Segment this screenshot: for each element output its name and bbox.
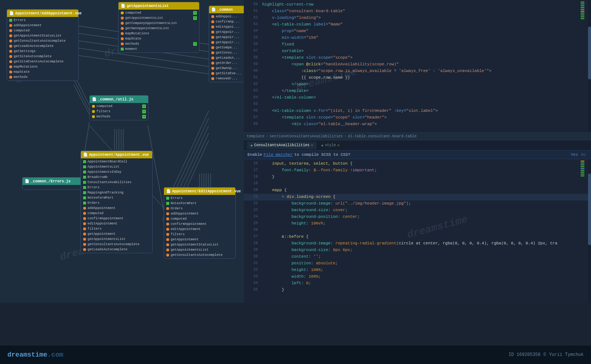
code-line-17: 17 font-family: $--font-family !importan…: [244, 167, 591, 174]
tab-label-style: style: [325, 143, 336, 147]
card-item: MappingAndTracking: [81, 190, 152, 195]
card-item: confirmAppointment: [81, 216, 152, 221]
card-item: getAppointmentsList+: [119, 16, 199, 21]
card-item: getAppointmentStatusList: [7, 33, 78, 38]
scrollbar-top[interactable]: [588, 0, 591, 133]
component-graph-panel: dreamstime dreamstime dreamstime: [0, 0, 244, 303]
card-title: _common: [217, 8, 233, 12]
breadcrumb-section: section#ConsultantsAvailabilities: [270, 134, 343, 138]
card-body: Errors NotesFormPart Orders addAppointme…: [164, 195, 235, 258]
card-item: methods+: [90, 114, 148, 119]
filewatcher-yes[interactable]: Yes: [571, 152, 578, 157]
card-title: _common_/util.js: [98, 97, 133, 102]
card-item: computed: [164, 216, 235, 222]
common-util-card: 📄 _common_/util.js computed+ filters+ me…: [89, 95, 148, 120]
card-item: getAppoir...: [209, 30, 244, 35]
filewatcher-rest: to compile SCSS to CSS?: [294, 152, 351, 157]
tab-label-consultants: ConsultantsAvailibilities: [254, 143, 310, 147]
image-id: ID 169205350: [509, 352, 540, 357]
card-item: getConsultantsAutocomplete: [7, 38, 78, 44]
file-watcher-link[interactable]: File Watcher: [264, 152, 293, 157]
code-line-55: 55 min-width="150": [244, 35, 591, 41]
card-item: Orders: [81, 200, 152, 206]
breadcrumb-table: el-table.consultant-board-table: [348, 134, 417, 138]
card-item: computed+: [90, 104, 148, 109]
card-item: confirmAp...: [209, 19, 244, 24]
code-line-27: 27 &::before {: [244, 234, 591, 240]
add-appointment-card: 📄 Appointment/AddAppointment.vue Errors …: [7, 9, 79, 81]
card-item: getAppoir...: [209, 40, 244, 45]
card-item: NotesFormPart: [164, 201, 235, 206]
code-line-61: 61 {{ scope.row.name }}: [244, 75, 591, 81]
tab-bar: ◈ ConsultantsAvailibilities ✕ ◈ style ✕: [244, 140, 591, 151]
code-line-33: 33 width: 100%;: [244, 274, 591, 280]
card-item: mapMutations: [7, 64, 78, 69]
card-item: computed: [81, 211, 152, 216]
code-line-35: 35 }: [244, 287, 591, 293]
card-title: Appointment/AddAppointment.vue: [15, 11, 82, 16]
code-line-20: 20 #app {: [244, 187, 591, 194]
common-errors-card: 📄 _common_/Errors.js: [22, 177, 81, 190]
card-item: ConsultantsAvabilities: [81, 180, 152, 185]
card-icon: 📄: [166, 189, 171, 193]
card-header: 📄 Appointment/Appointment.vue: [81, 151, 152, 158]
card-item: Errors: [81, 185, 152, 190]
code-line-63: 63 </template>: [244, 88, 591, 95]
card-item: getConsultantsAutocomplete: [81, 242, 152, 247]
card-item: getLeadsAutocomplete: [81, 247, 152, 252]
right-gutter-top: [581, 0, 587, 133]
get-appointments-list-card: 📄 getAppointmentsList computed+ getAppoi…: [118, 2, 199, 53]
card-item: getOwnAp...: [209, 66, 244, 71]
svg-line-2: [74, 85, 89, 114]
copyright-symbol: ©: [543, 352, 546, 357]
filewatcher-text: Enable: [247, 152, 262, 157]
card-item: moment: [119, 47, 199, 52]
code-line-16: 16 input, textarea, select, button {: [244, 161, 591, 167]
code-line-59: 59 <span @click="handleAvailability(scop…: [244, 61, 591, 68]
card-item: getCompa...: [209, 45, 244, 50]
card-item: mapState: [7, 69, 78, 75]
scrollbar-thumb-top[interactable]: [588, 27, 591, 80]
code-line-62: 62 </span>: [244, 81, 591, 88]
card-item: getAppointmentStatusList: [164, 242, 235, 247]
card-title: Appointment/Appointment.vue: [89, 153, 149, 157]
card-item: addAppointment: [81, 206, 152, 211]
code-line-29: 29 background-size: 6px 6px;: [244, 247, 591, 254]
author-name: Yurii Tymchuk: [549, 352, 584, 357]
card-item: getLeadsA...: [209, 55, 244, 61]
card-header: 📄 _common: [209, 6, 244, 13]
card-body: Errors addAppointment computed getAppoin…: [7, 17, 78, 80]
card-item: getConsultantsAutocomplete: [164, 253, 235, 258]
scrollbar-bottom[interactable]: [588, 159, 591, 303]
card-item: getSettings: [7, 49, 78, 54]
code-editor-top: 50 highlight-current-row 51 class="consu…: [244, 0, 591, 133]
breadcrumb-template: template: [247, 134, 264, 138]
appointment-card: 📄 Appointment/Appointment.vue Appointmen…: [81, 151, 153, 253]
scrollbar-thumb-bottom[interactable]: [588, 174, 591, 245]
code-line-26: 26: [244, 227, 591, 234]
code-editor-bottom: 16 input, textarea, select, button { 17 …: [244, 159, 591, 303]
tab-consultants[interactable]: ◈ ConsultantsAvailibilities ✕: [247, 142, 317, 149]
code-line-34: 34 left: 0;: [244, 280, 591, 287]
code-lines-top: 50 highlight-current-row 51 class="consu…: [244, 0, 591, 129]
card-item: filters+: [90, 109, 148, 114]
bottom-info: ID 169205350 © Yurii Tymchuk: [509, 352, 584, 357]
card-body: AppointmentBoardCell AppointmentsList Ap…: [81, 158, 152, 253]
code-line-60: 60 :class="scope.row.is_always_available…: [244, 68, 591, 75]
card-item: Breadcrumb: [81, 175, 152, 180]
common-card: 📄 _common addAppoi... confirmAp... editA…: [209, 6, 244, 82]
tab-close-consultants[interactable]: ✕: [311, 143, 313, 147]
code-line-67: 67 <template slot-scope="scope" slot="he…: [244, 114, 591, 121]
code-line-32: 32 height: 100%;: [244, 267, 591, 274]
card-title: getAppointmentsList: [127, 4, 169, 8]
code-line-65: 65: [244, 101, 591, 108]
tab-close-style[interactable]: ✕: [338, 143, 339, 147]
code-line-22: 22 background-image: url("../img/header-…: [244, 200, 591, 207]
code-line-30: 30 content: '';: [244, 254, 591, 260]
card-item: getSiteEventsAutocomplete: [7, 59, 78, 64]
code-line-21: 21 > div.loading-screen {: [244, 194, 591, 200]
code-line-66: 66 <el-table-column v-for="(slot, i) in …: [244, 108, 591, 114]
tab-style[interactable]: ◈ style ✕: [317, 142, 343, 149]
filewatcher-bar: Enable File Watcher to compile SCSS to C…: [244, 151, 591, 159]
card-item: AppointmentBoardCell: [81, 159, 152, 164]
